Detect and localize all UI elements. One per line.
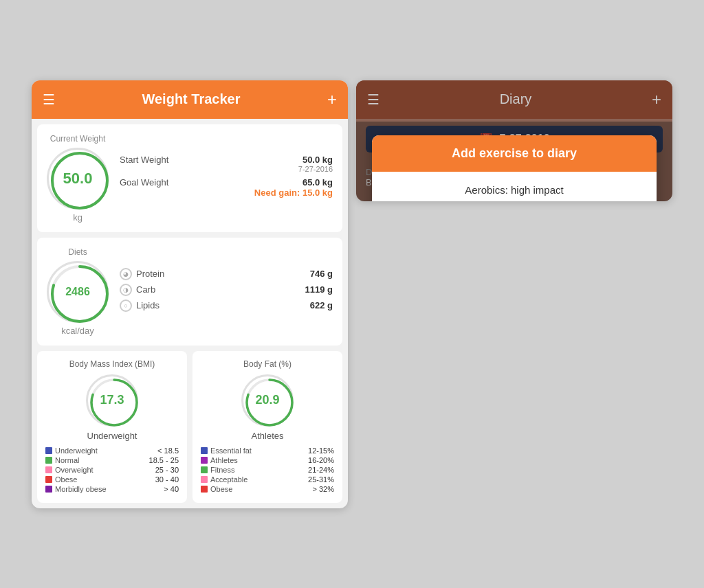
legend-overweight: Overweight 25 - 30 [45,466,179,474]
modal-header: Add exercise to diary [372,135,657,172]
weight-card: Current Weight 50.0 kg Start Weight 50.0… [37,124,342,232]
body-fat-card: Body Fat (%) 20.9 Athletes [192,351,342,503]
body-fat-legend: Essential fat 12-15% Athletes 16-20% [201,446,334,493]
lipids-value: 622 g [310,300,333,310]
nutrients-info: ◕ Protein 746 g ◑ Carb 1119 g ○ Lipids [120,268,333,315]
lipids-row: ○ Lipids 622 g [120,299,333,312]
legend-athletes: Athletes 16-20% [201,456,334,464]
essential-fat-dot [201,447,208,454]
bmi-legend: Underweight < 18.5 Normal 18.5 - 25 [45,446,179,493]
fitness-dot [201,466,208,473]
diary-hamburger-icon[interactable]: ☰ [367,91,380,108]
current-weight-widget: Current Weight 50.0 kg [47,134,109,223]
add-exercise-modal: Add exercise to diary Aerobics: high imp… [372,135,657,201]
weight-unit: kg [73,212,82,223]
protein-label: Protein [136,269,164,279]
goal-weight-value: 65.0 kg [254,177,333,188]
legend-fitness: Fitness 21-24% [201,466,334,474]
obese-bf-dot [201,486,208,493]
bmi-card: Body Mass Index (BMI) 17.3 Underweight [37,351,187,503]
normal-dot [45,457,52,464]
exercise-aerobics-high[interactable]: Aerobics: high impact [372,174,657,201]
current-weight-circle: 50.0 [47,148,109,210]
add-button[interactable]: + [327,90,337,109]
weight-details: Start Weight 50.0 kg 7-27-2016 Goal Weig… [120,155,333,202]
modal-overlay: Add exercise to diary Aerobics: high imp… [356,122,672,201]
metrics-row: Body Mass Index (BMI) 17.3 Underweight [37,351,342,503]
legend-obese: Obese 30 - 40 [45,475,179,484]
kcal-unit: kcal/day [61,326,94,336]
body-fat-circle: 20.9 [241,374,294,427]
current-weight-label: Current Weight [50,134,105,144]
kcal-widget: Diets 2486 kcal/day [47,247,109,336]
body-fat-title: Body Fat (%) [201,359,334,369]
overweight-dot [45,466,52,473]
obese-dot [45,476,52,483]
diary-screen: ☰ Diary + 📅 7-27-2016 Da Blu un Add exer… [356,80,672,201]
lipids-label: Lipids [136,300,160,310]
carb-row: ◑ Carb 1119 g [120,284,333,296]
kcal-circle: 2486 [47,261,109,323]
lipids-icon: ○ [120,299,132,312]
weight-tracker-screen: ☰ Weight Tracker + Current Weight 50.0 k… [32,80,348,508]
weight-tracker-header: ☰ Weight Tracker + [32,80,348,119]
start-weight-date: 7-27-2016 [298,165,333,173]
morbidly-obese-dot [45,486,52,493]
body-fat-status: Athletes [201,431,334,441]
diary-title: Diary [500,91,532,107]
diets-card: Diets 2486 kcal/day ◕ Protein 746 g [37,238,342,346]
goal-weight-label: Goal Weight [120,177,168,198]
acceptable-dot [201,476,208,483]
modal-title: Add exercise to diary [452,146,577,160]
need-gain-text: Need gain: 15.0 kg [254,188,333,198]
start-weight-label: Start Weight [120,155,168,173]
diary-header: ☰ Diary + [356,80,672,119]
protein-value: 746 g [310,269,333,279]
legend-morbidly-obese: Morbidly obese > 40 [45,485,179,493]
diets-title: Diets [68,247,87,257]
legend-normal: Normal 18.5 - 25 [45,456,179,464]
underweight-dot [45,447,52,454]
carb-label: Carb [136,284,155,295]
legend-underweight: Underweight < 18.5 [45,446,179,455]
svg-point-1 [52,153,107,208]
exercise-list: Aerobics: high impact Aerobics: low impa… [372,172,657,201]
start-weight-value: 50.0 kg [298,155,333,165]
carb-value: 1119 g [305,284,333,295]
legend-acceptable: Acceptable 25-31% [201,475,334,484]
weight-tracker-title: Weight Tracker [142,91,240,107]
bmi-status: Underweight [45,431,179,441]
bmi-title: Body Mass Index (BMI) [45,359,179,369]
legend-obese-bf: Obese > 32% [201,485,334,493]
hamburger-icon[interactable]: ☰ [43,91,55,108]
diary-add-button[interactable]: + [652,90,661,109]
protein-row: ◕ Protein 746 g [120,268,333,280]
protein-icon: ◕ [120,268,132,280]
carb-icon: ◑ [120,284,132,296]
bmi-circle: 17.3 [86,374,138,427]
legend-essential-fat: Essential fat 12-15% [201,446,334,455]
athletes-dot [201,457,208,464]
